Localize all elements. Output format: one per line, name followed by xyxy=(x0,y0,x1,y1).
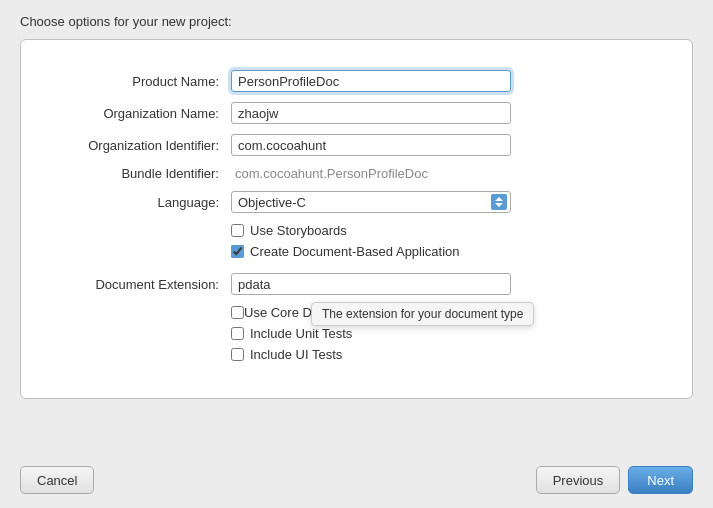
use-core-data-checkbox[interactable] xyxy=(231,306,244,319)
cancel-button[interactable]: Cancel xyxy=(20,466,94,494)
create-doc-based-checkbox[interactable] xyxy=(231,245,244,258)
product-name-row: Product Name: xyxy=(41,70,672,92)
org-name-row: Organization Name: xyxy=(41,102,672,124)
doc-extension-label: Document Extension: xyxy=(41,277,231,292)
bundle-id-row: Bundle Identifier: com.cocoahunt.PersonP… xyxy=(41,166,672,181)
language-label: Language: xyxy=(41,195,231,210)
org-name-input[interactable] xyxy=(231,102,511,124)
doc-extension-row: Document Extension: xyxy=(41,273,672,295)
include-ui-tests-row: Include UI Tests xyxy=(41,347,672,362)
use-storyboards-checkbox[interactable] xyxy=(231,224,244,237)
org-name-label: Organization Name: xyxy=(41,106,231,121)
product-name-label: Product Name: xyxy=(41,74,231,89)
bottom-bar: Cancel Previous Next xyxy=(0,452,713,508)
dialog-box: Product Name: Organization Name: Organiz… xyxy=(20,39,693,399)
create-doc-based-row: Create Document-Based Application xyxy=(41,244,672,259)
include-unit-tests-row: Include Unit Tests xyxy=(41,326,672,341)
include-ui-tests-checkbox[interactable] xyxy=(231,348,244,361)
previous-button[interactable]: Previous xyxy=(536,466,621,494)
tooltip-box: The extension for your document type xyxy=(311,302,534,326)
language-row: Language: Objective-C Swift xyxy=(41,191,672,213)
bundle-id-label: Bundle Identifier: xyxy=(41,166,231,181)
next-button[interactable]: Next xyxy=(628,466,693,494)
doc-extension-input[interactable] xyxy=(231,273,511,295)
include-unit-tests-checkbox[interactable] xyxy=(231,327,244,340)
use-core-data-wrapper: Use Core Data The extension for your doc… xyxy=(231,305,330,320)
org-id-input[interactable] xyxy=(231,134,511,156)
use-core-data-row: Use Core Data The extension for your doc… xyxy=(41,305,672,320)
bundle-id-value: com.cocoahunt.PersonProfileDoc xyxy=(231,166,511,181)
language-select-wrapper: Objective-C Swift xyxy=(231,191,511,213)
use-storyboards-row: Use Storyboards xyxy=(41,223,672,238)
use-storyboards-label: Use Storyboards xyxy=(250,223,347,238)
create-doc-based-label: Create Document-Based Application xyxy=(250,244,460,259)
product-name-input[interactable] xyxy=(231,70,511,92)
org-id-row: Organization Identifier: xyxy=(41,134,672,156)
right-buttons: Previous Next xyxy=(536,466,693,494)
org-id-label: Organization Identifier: xyxy=(41,138,231,153)
language-select[interactable]: Objective-C Swift xyxy=(231,191,511,213)
page-title: Choose options for your new project: xyxy=(0,0,713,39)
include-unit-tests-label: Include Unit Tests xyxy=(250,326,352,341)
include-ui-tests-label: Include UI Tests xyxy=(250,347,342,362)
